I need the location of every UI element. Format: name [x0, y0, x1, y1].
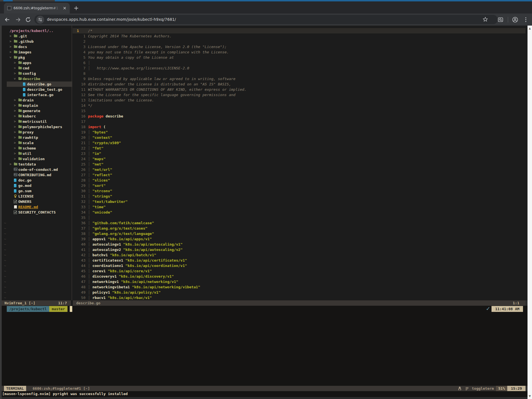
chevron-right-icon[interactable]: ˃ — [14, 135, 16, 140]
address-bar[interactable]: devspaces.apps.hub.euw.container.mom/jos… — [34, 15, 498, 24]
tree-item-generate[interactable]: ˃generate — [2, 108, 71, 114]
tree-item-rawhttp[interactable]: ˃rawhttp — [2, 135, 71, 140]
chevron-right-icon[interactable]: ˃ — [14, 114, 16, 119]
code-line[interactable]: 33│"time" — [73, 204, 526, 210]
tree-item-kuberc[interactable]: ˃kuberc — [2, 114, 71, 119]
code-line[interactable]: 22│"fmt" — [73, 146, 526, 151]
chevron-right-icon[interactable]: ˃ — [14, 146, 16, 151]
page-scrollbar[interactable] — [528, 26, 532, 399]
code-line[interactable]: 16package describe — [73, 114, 526, 119]
tree-item-.github[interactable]: ˃.github — [2, 39, 71, 44]
tree-item-metricsutil[interactable]: ˃metricsutil — [2, 119, 71, 124]
tree-item-.git[interactable]: ˃.git — [2, 33, 71, 39]
chevron-right-icon[interactable]: ˃ — [14, 108, 16, 114]
code-line[interactable]: 1Copyright 2014 The Kubernetes Authors. — [73, 33, 526, 39]
code-line[interactable]: 34│"unicode" — [73, 210, 526, 215]
code-line[interactable]: 46│discoveryv1 "k8s.io/api/discovery/v1" — [73, 274, 526, 279]
code-line[interactable]: 17 — [73, 119, 526, 124]
code-line[interactable]: 12See the License for the specific langu… — [73, 92, 526, 98]
tree-item-describe_test.go[interactable]: describe_test.go — [2, 87, 71, 92]
code-line[interactable]: 43│certificatesv1 "k8s.io/api/certificat… — [73, 258, 526, 263]
chevron-right-icon[interactable]: ˃ — [14, 151, 16, 156]
code-line[interactable]: 19│"bytes" — [73, 130, 526, 135]
tree-item-README.md[interactable]: README.md — [2, 204, 71, 210]
code-line[interactable]: 38│"golang.org/x/text/language" — [73, 231, 526, 236]
code-line[interactable]: 35│ — [73, 215, 526, 220]
tree-item-config[interactable]: ˃config — [2, 71, 71, 76]
chevron-right-icon[interactable]: ˃ — [14, 60, 16, 65]
code-line[interactable]: 15 — [73, 108, 526, 114]
chevron-right-icon[interactable]: ˃ — [14, 71, 16, 76]
chevron-right-icon[interactable]: ˃ — [14, 140, 16, 146]
code-line[interactable]: 30│"strconv" — [73, 188, 526, 194]
code-line[interactable]: 48│networkingv1beta1 "k8s.io/api/network… — [73, 284, 526, 290]
code-line[interactable]: 8 — [73, 71, 526, 76]
code-line[interactable]: 29│"sort" — [73, 183, 526, 188]
tree-item-go.mod[interactable]: go.mod — [2, 183, 71, 188]
code-line[interactable]: 42│batchv1 "k8s.io/api/batch/v1" — [73, 252, 526, 258]
code-line[interactable]: 40│autoscalingv1 "k8s.io/api/autoscaling… — [73, 242, 526, 247]
back-button[interactable] — [4, 16, 11, 23]
chevron-right-icon[interactable]: ˃ — [14, 65, 16, 71]
code-line[interactable]: 11WITHOUT WARRANTIES OR CONDITIONS OF AN… — [73, 87, 526, 92]
tree-item-explain[interactable]: ˃explain — [2, 103, 71, 108]
tree-item-LICENSE[interactable]: LICENSE — [2, 194, 71, 199]
tree-item-testdata[interactable]: ˃testdata — [2, 162, 71, 167]
chevron-right-icon[interactable]: ˃ — [10, 162, 12, 167]
code-line[interactable]: 28│"slices" — [73, 178, 526, 183]
tree-item-cmd[interactable]: ˃cmd — [2, 65, 71, 71]
tree-item-pkg[interactable]: ˅pkg — [2, 55, 71, 60]
code-line[interactable]: 27│"reflect" — [73, 172, 526, 178]
code-line[interactable]: 6│ — [73, 60, 526, 65]
browser-tab[interactable]: 6606:zsh;#toggleterm#1 - (term — [4, 3, 70, 13]
code-line[interactable]: 2 — [73, 39, 526, 44]
tree-item-interface.go[interactable]: interface.go — [2, 92, 71, 98]
code-line[interactable]: 37│"golang.org/x/text/cases" — [73, 226, 526, 231]
code-line[interactable]: 25│"net" — [73, 162, 526, 167]
chevron-down-icon[interactable]: ˅ — [14, 76, 16, 81]
tree-item-go.sum[interactable]: go.sum — [2, 188, 71, 194]
tree-item-polymorphichelpers[interactable]: ˃polymorphichelpers — [2, 124, 71, 130]
code-line[interactable]: 45│corev1 "k8s.io/api/core/v1" — [73, 268, 526, 274]
site-settings-chip[interactable] — [36, 16, 44, 24]
code-line[interactable]: 41│autoscalingv2 "k8s.io/api/autoscaling… — [73, 247, 526, 252]
bookmark-star-icon[interactable] — [483, 17, 488, 22]
chevron-right-icon[interactable]: ˃ — [14, 119, 16, 124]
tree-item-docs[interactable]: ˃docs — [2, 44, 71, 49]
chevron-down-icon[interactable]: ˅ — [10, 55, 12, 60]
code-line[interactable]: 9Unless required by applicable law or ag… — [73, 76, 526, 81]
code-line[interactable]: 10distributed under the License is distr… — [73, 81, 526, 87]
code-line[interactable]: 21│"crypto/x509" — [73, 140, 526, 146]
code-line[interactable]: 23│"io" — [73, 151, 526, 156]
profile-avatar-icon[interactable] — [512, 16, 519, 23]
tree-item-CONTRIBUTING.md[interactable]: CONTRIBUTING.md — [2, 172, 71, 178]
url-text[interactable]: devspaces.apps.hub.euw.container.mom/jos… — [47, 17, 176, 22]
chevron-right-icon[interactable]: ˃ — [14, 130, 16, 135]
menu-kebab-icon[interactable] — [522, 16, 529, 23]
tree-item-util[interactable]: ˃util — [2, 151, 71, 156]
tree-item-OWNERS[interactable]: OWNERS — [2, 199, 71, 204]
scrollbar-down-arrow[interactable]: ▼ — [528, 395, 531, 398]
chevron-right-icon[interactable]: ˃ — [10, 44, 12, 49]
code-line[interactable]: 49│policyv1 "k8s.io/api/policy/v1" — [73, 290, 526, 295]
reload-button[interactable] — [25, 16, 31, 23]
chevron-right-icon[interactable]: ˃ — [10, 33, 12, 39]
scrollbar-up-arrow[interactable]: ▲ — [528, 27, 531, 30]
tree-item-drain[interactable]: ˃drain — [2, 98, 71, 103]
code-line[interactable]: 3Licensed under the Apache License, Vers… — [73, 44, 526, 49]
code-line[interactable]: 31│"strings" — [73, 194, 526, 199]
code-line[interactable]: 44│coordinationv1 "k8s.io/api/coordinati… — [73, 263, 526, 268]
code-line[interactable]: 14*/ — [73, 103, 526, 108]
chevron-right-icon[interactable]: ˃ — [14, 156, 16, 162]
code-line[interactable]: 4you may not use this file except in com… — [73, 49, 526, 55]
code-line[interactable]: 36│"github.com/fatih/camelcase" — [73, 220, 526, 226]
tree-item-apps[interactable]: ˃apps — [2, 60, 71, 65]
chevron-right-icon[interactable]: ˃ — [10, 39, 12, 44]
chevron-right-icon[interactable]: ˃ — [14, 98, 16, 103]
code-line[interactable]: 13limitations under the License. — [73, 98, 526, 103]
tree-item-describe.go[interactable]: describe.go — [2, 81, 71, 87]
code-line[interactable]: 24│"maps" — [73, 156, 526, 162]
code-line[interactable]: 20│"context" — [73, 135, 526, 140]
code-line[interactable]: 50│rbacv1 "k8s.io/api/rbac/v1" — [73, 295, 526, 300]
tab-search-icon[interactable] — [497, 16, 504, 23]
